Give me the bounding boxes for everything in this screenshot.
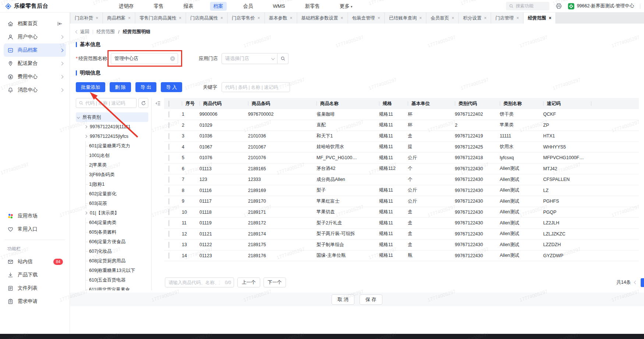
cancel-button[interactable]: 取 消 xyxy=(332,294,354,305)
import-button[interactable]: 导 入 xyxy=(161,82,182,92)
tab-积分设置[interactable]: 积分设置× xyxy=(459,13,491,24)
pagination-fragment[interactable] xyxy=(641,278,644,287)
table-row-12[interactable]: 12011212189174梨子两斤装-可组拆规格11盒99767122430A… xyxy=(164,229,639,240)
tab-close-icon[interactable]: × xyxy=(179,15,181,21)
locate-product-input[interactable] xyxy=(165,277,234,287)
tab-close-icon[interactable]: × xyxy=(516,15,519,21)
previous-button[interactable]: 上一个 xyxy=(237,277,260,287)
table-row-7[interactable]: 712312333成分商品Allen个99767122430Allen测试CFS… xyxy=(164,174,639,185)
refresh-button[interactable] xyxy=(138,98,148,108)
table-row-5[interactable]: 5010762101076MF_PVC_HG100…规格11公斤99767122… xyxy=(164,153,639,164)
table-row-14[interactable]: 14011232189176国缘-主单位瓶规格11瓶99767122430All… xyxy=(164,251,639,262)
row-checkbox[interactable] xyxy=(169,231,169,237)
row-checkbox[interactable] xyxy=(169,177,169,183)
tab-close-icon[interactable]: × xyxy=(484,15,486,21)
sidebar-item-需求申请[interactable]: 需求申请 xyxy=(4,295,66,308)
topnav-item-档案[interactable]: 档案 xyxy=(210,2,227,11)
tab-商品档案[interactable]: 商品档案× xyxy=(103,13,135,24)
table-row-6[interactable]: 6011132189165茅台酒42规格112个99767122430Allen… xyxy=(164,164,639,175)
tree-node-605|各类酱料[interactable]: 605|各类酱料 xyxy=(76,227,148,237)
tree-node-603|花茶[interactable]: 603|花茶 xyxy=(76,199,148,208)
row-checkbox[interactable] xyxy=(169,220,169,226)
sidebar-item-站内信[interactable]: 站内信84 xyxy=(4,255,66,268)
tab-零售门店商品属性[interactable]: 零售门店商品属性× xyxy=(135,13,185,24)
row-checkbox[interactable] xyxy=(169,122,169,128)
breadcrumb-parent[interactable]: 经营范围 xyxy=(96,29,115,35)
sidebar-item-应用市场[interactable]: 应用市场 xyxy=(4,209,66,223)
row-checkbox[interactable] xyxy=(169,187,169,193)
delete-button[interactable]: 删 除 xyxy=(110,82,131,92)
printer-icon[interactable] xyxy=(555,3,562,10)
topnav-item-更多[interactable]: 更多▾ xyxy=(336,2,356,11)
topnav-item-进销存[interactable]: 进销存 xyxy=(116,2,137,11)
tree-node-所有类别[interactable]: 所有类别 xyxy=(76,112,148,122)
tab-close-icon[interactable]: × xyxy=(419,15,422,21)
row-checkbox[interactable] xyxy=(169,242,169,248)
row-checkbox[interactable] xyxy=(169,144,169,150)
tab-close-icon[interactable]: × xyxy=(96,15,98,21)
sidebar-item-配送聚合[interactable]: 配送聚合 xyxy=(4,57,66,70)
tab-close-icon[interactable]: × xyxy=(452,15,454,21)
batch-add-button[interactable]: 批量添加 xyxy=(76,82,105,92)
tab-基础档案参数设置[interactable]: 基础档案参数设置× xyxy=(297,13,347,24)
tab-close-icon[interactable]: × xyxy=(290,15,293,21)
tree-node-3|F69条码类[interactable]: 3|F69条码类 xyxy=(76,170,148,179)
current-store[interactable]: 99662-新界面测试-管理中心 xyxy=(568,3,634,10)
tab-close-icon[interactable]: × xyxy=(378,15,380,21)
sidebar-item-用户中心[interactable]: 用户中心 xyxy=(4,30,66,43)
table-row-4[interactable]: 4010672101067娃哈哈饮用水规格11提99767122425饮用水WH… xyxy=(164,142,639,153)
row-checkbox[interactable] xyxy=(169,133,169,139)
row-checkbox[interactable] xyxy=(169,252,169,259)
tab-已结账单查询[interactable]: 已结账单查询× xyxy=(385,13,426,24)
tab-close-icon[interactable]: × xyxy=(258,15,260,21)
row-checkbox[interactable] xyxy=(169,111,169,118)
sidebar-item-产品下载[interactable]: 产品下载 xyxy=(4,268,66,282)
tree-node-610|五金百货电器[interactable]: 610|五金百货电器 xyxy=(76,275,148,285)
sidebar-item-商品档案[interactable]: 商品档案 xyxy=(4,43,66,57)
tree-node-99767122419|11111[interactable]: 99767122419|11111 xyxy=(76,122,148,132)
scope-name-input[interactable] xyxy=(111,53,178,64)
global-search-input[interactable]: 搜索功能 xyxy=(506,2,549,10)
tab-会员首页[interactable]: 会员首页× xyxy=(427,13,458,24)
tab-close-icon[interactable]: × xyxy=(128,15,131,21)
collapse-sidebar-icon[interactable] xyxy=(57,21,63,27)
tree-node-01|【演示类】[interactable]: 01|【演示类】 xyxy=(76,208,148,218)
sidebar-item-费用中心[interactable]: 费用中心 xyxy=(4,70,66,83)
table-row-9[interactable]: 9011172189170苹果红富士规格11公斤99767122430Allen… xyxy=(164,196,639,207)
tab-close-icon[interactable]: × xyxy=(341,15,343,21)
tab-门店商品属性[interactable]: 门店商品属性× xyxy=(186,13,227,24)
store-search-button[interactable] xyxy=(277,53,289,64)
chevron-left-icon[interactable] xyxy=(634,281,638,284)
tree-node-2|苹果类[interactable]: 2|苹果类 xyxy=(76,160,148,170)
expander-right-icon[interactable] xyxy=(84,135,87,138)
tree-node-602|定量膨化[interactable]: 602|定量膨化 xyxy=(76,189,148,199)
sidebar-item-档案首页[interactable]: 档案首页 xyxy=(4,17,66,30)
table-row-10[interactable]: 10011182189171苹果切盘规格11盒99767122430Allen测… xyxy=(164,207,639,218)
tree-node-1001|名创[interactable]: 1001|名创 xyxy=(76,151,148,160)
back-button[interactable]: 返回 xyxy=(76,29,89,35)
table-row-8[interactable]: 8011162189169梨子规格11公斤99767122430Allen测试L… xyxy=(164,185,639,196)
topnav-item-WMS[interactable]: WMS xyxy=(270,2,289,10)
row-checkbox[interactable] xyxy=(169,165,169,172)
topnav-item-报表[interactable]: 报表 xyxy=(180,2,197,11)
select-all-checkbox[interactable] xyxy=(169,101,169,107)
tab-门店零售价[interactable]: 门店零售价× xyxy=(228,13,264,24)
tree-node-604|定量肉类[interactable]: 604|定量肉类 xyxy=(76,218,148,227)
table-row-11[interactable]: 11011192189172梨子2斤礼盒规格11盒99767122430Alle… xyxy=(164,218,639,229)
tab-基本参数[interactable]: 基本参数× xyxy=(265,13,297,24)
table-row-3[interactable]: 3010362101036和天下1规格11盒9976712241911111HT… xyxy=(164,131,639,142)
export-button[interactable]: 导 出 xyxy=(135,82,157,92)
tab-close-icon[interactable]: × xyxy=(549,15,551,21)
expander-right-icon[interactable] xyxy=(84,212,87,214)
tree-node-606|定量方便食品[interactable]: 606|定量方便食品 xyxy=(76,237,148,247)
save-button[interactable]: 保 存 xyxy=(360,294,382,305)
topnav-item-新零售[interactable]: 新零售 xyxy=(302,2,323,11)
topnav-item-会员[interactable]: 会员 xyxy=(240,2,256,11)
table-row-1[interactable]: 199000069976700002雀巢咖啡规格11杯99767122402饼干… xyxy=(164,109,639,120)
tab-门店补货[interactable]: 门店补货× xyxy=(71,13,102,24)
tab-经营范围[interactable]: 经营范围× xyxy=(524,13,555,24)
tree-search-input[interactable] xyxy=(85,101,134,106)
tab-门店管理[interactable]: 门店管理× xyxy=(491,13,523,24)
keyword-input[interactable] xyxy=(222,82,290,92)
sidebar-item-文件列表[interactable]: 文件列表 xyxy=(4,282,66,295)
